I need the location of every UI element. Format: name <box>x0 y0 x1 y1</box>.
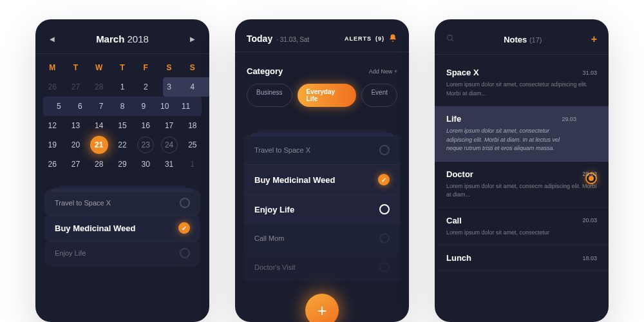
ring-icon[interactable] <box>180 248 190 258</box>
notes-count: (17) <box>529 36 542 44</box>
day[interactable]: 9 <box>133 97 154 116</box>
ring-icon[interactable] <box>379 145 390 155</box>
day[interactable]: 8 <box>112 97 133 116</box>
alerts-count: (9) <box>375 35 384 42</box>
day[interactable]: 22 <box>111 135 134 155</box>
task-label: Buy Medicinal Weed <box>254 175 335 185</box>
check-icon[interactable] <box>378 174 390 185</box>
add-task-fab[interactable]: + <box>305 294 339 322</box>
note-title: Doctor <box>446 169 473 179</box>
day[interactable]: 14 <box>88 116 111 135</box>
task-card[interactable]: Buy Medicinal Weed <box>44 214 200 242</box>
week-row: 12 13 14 15 16 17 18 <box>35 116 209 135</box>
add-new-button[interactable]: Add New + <box>369 68 397 75</box>
chip-event[interactable]: Event <box>361 84 397 107</box>
ring-icon[interactable] <box>180 198 190 208</box>
note-title: Call <box>446 216 462 225</box>
note-body: Lorem ipsum dolor sit amet, consectetur … <box>446 127 576 153</box>
note-item[interactable]: Space X 31.03 Lorem ipsum dolor sit amet… <box>435 60 609 106</box>
prev-month-icon[interactable]: ◀ <box>50 35 55 43</box>
note-item[interactable]: Call 20.03 Lorem ipsum dolor sit amet, c… <box>435 208 609 246</box>
task-label: Call Mom <box>254 234 284 242</box>
notes-title: Notes <box>504 35 527 44</box>
note-title: Life <box>446 114 461 124</box>
search-icon[interactable] <box>446 34 455 44</box>
task-card[interactable]: Travel to Space X <box>44 189 200 216</box>
note-item-selected[interactable]: Life 29.03 Lorem ipsum dolor sit amet, c… <box>435 106 609 162</box>
day[interactable]: 4 <box>181 77 204 97</box>
day[interactable]: 2 <box>134 77 157 97</box>
day[interactable]: 28 <box>88 155 111 174</box>
day[interactable]: 30 <box>134 155 157 174</box>
task-label: Travel to Space X <box>55 199 111 207</box>
note-item[interactable]: Doctor 28.03 Lorem ipsum dolor sit amet,… <box>435 162 609 208</box>
task-card[interactable]: Enjoy Life <box>44 240 200 267</box>
day[interactable]: 27 <box>64 77 87 97</box>
task-row[interactable]: Enjoy Life <box>244 194 400 223</box>
chip-business[interactable]: Business <box>247 84 292 107</box>
day-of-week-row: M T W T F S S <box>35 59 209 77</box>
day[interactable]: 20 <box>64 135 87 155</box>
day[interactable]: 25 <box>181 135 204 155</box>
note-body: Lorem ipsum dolor sit amet, consecm adip… <box>446 182 597 200</box>
task-row[interactable]: Travel to Space X <box>244 135 400 164</box>
task-row[interactable]: Buy Medicinal Weed <box>244 164 400 194</box>
day[interactable]: 12 <box>41 116 64 135</box>
divider <box>435 54 609 55</box>
note-date: 29.03 <box>562 116 576 122</box>
week-row: 26 27 28 29 30 31 1 <box>35 155 209 174</box>
ring-icon[interactable] <box>379 233 390 243</box>
ring-icon[interactable] <box>379 262 390 272</box>
next-month-icon[interactable]: ▶ <box>190 35 195 43</box>
add-note-button[interactable]: + <box>591 33 597 45</box>
alerts-label: ALERTS <box>345 35 372 42</box>
day[interactable]: 16 <box>134 116 157 135</box>
week-row: 19 20 21 22 23 24 25 <box>35 135 209 155</box>
day[interactable]: 18 <box>181 116 204 135</box>
today-screen: Today · 31.03, Sat ALERTS (9) Category A… <box>235 19 409 322</box>
day[interactable]: 26 <box>41 77 64 97</box>
day-selected[interactable]: 21 <box>90 136 108 154</box>
stack-bg <box>257 130 387 134</box>
week-row: 5 6 7 8 9 10 11 <box>43 97 202 116</box>
dow: T <box>111 63 134 72</box>
day[interactable]: 1 <box>111 77 134 97</box>
day[interactable]: 19 <box>41 135 64 155</box>
day[interactable]: 6 <box>70 97 91 116</box>
day[interactable]: 17 <box>157 116 180 135</box>
day[interactable]: 3 <box>157 77 180 97</box>
day[interactable]: 23 <box>137 137 154 153</box>
note-date: 28.03 <box>582 171 597 177</box>
day[interactable]: 27 <box>64 155 87 174</box>
day[interactable]: 1 <box>181 155 204 174</box>
chip-everyday-life[interactable]: Everyday Life <box>298 84 357 107</box>
divider <box>235 52 409 52</box>
day[interactable]: 10 <box>154 97 175 116</box>
alerts-button[interactable]: ALERTS (9) <box>345 33 397 44</box>
day[interactable]: 29 <box>111 155 134 174</box>
dow: S <box>157 63 180 72</box>
day[interactable]: 26 <box>41 155 64 174</box>
day[interactable]: 11 <box>175 97 196 116</box>
notes-header: Notes (17) + <box>435 19 609 54</box>
task-label: Enjoy Life <box>55 249 86 257</box>
day[interactable]: 24 <box>161 137 178 153</box>
note-title: Lunch <box>446 253 471 263</box>
day[interactable]: 5 <box>48 97 70 116</box>
day[interactable]: 28 <box>88 77 111 97</box>
day[interactable]: 31 <box>157 155 180 174</box>
day[interactable]: 13 <box>64 116 87 135</box>
day[interactable]: 7 <box>91 97 112 116</box>
day[interactable]: 15 <box>111 116 134 135</box>
task-label: Travel to Space X <box>254 146 310 154</box>
task-row[interactable]: Doctor's Visit <box>244 252 400 281</box>
note-item[interactable]: Lunch 18.03 <box>435 245 609 271</box>
notes-screen: Notes (17) + Space X 31.03 Lorem ipsum d… <box>435 19 609 322</box>
task-row[interactable]: Call Mom <box>244 223 400 252</box>
task-stack: Travel to Space X Buy Medicinal Weed Enj… <box>44 185 200 267</box>
dow: S <box>181 63 204 72</box>
category-label: Category <box>247 66 283 76</box>
calendar-title: March 2018 <box>96 33 149 44</box>
check-icon[interactable] <box>178 222 190 234</box>
ring-icon[interactable] <box>379 204 390 214</box>
